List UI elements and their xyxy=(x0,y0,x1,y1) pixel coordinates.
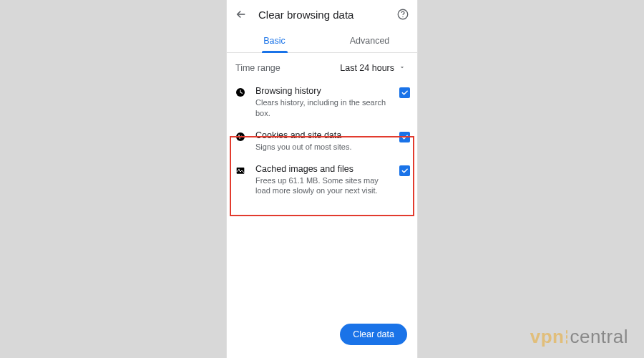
clear-browsing-data-screen: Clear browsing data Basic Advanced Time … xyxy=(226,0,418,358)
checkbox-cookies[interactable] xyxy=(399,132,410,142)
page-title: Clear browsing data xyxy=(258,9,386,21)
time-range-value: Last 24 hours xyxy=(340,63,394,73)
option-cookies[interactable]: Cookies and site data Signs you out of m… xyxy=(230,125,414,158)
bottom-bar: Clear data xyxy=(227,316,417,358)
option-title: Cached images and files xyxy=(255,164,392,174)
clock-icon xyxy=(233,86,248,98)
brand-part1: vpn xyxy=(530,326,565,348)
time-range-label: Time range xyxy=(235,63,340,73)
svg-point-3 xyxy=(236,132,245,141)
checkbox-browsing-history[interactable] xyxy=(399,87,410,98)
checkbox-cache[interactable] xyxy=(399,165,410,176)
tab-label: Advanced xyxy=(350,36,390,46)
back-button[interactable] xyxy=(234,7,248,21)
svg-point-5 xyxy=(241,135,243,137)
option-cache[interactable]: Cached images and files Frees up 61.1 MB… xyxy=(230,158,414,203)
clear-data-button[interactable]: Clear data xyxy=(340,324,407,345)
svg-point-1 xyxy=(402,16,403,17)
options-list: Browsing history Clears history, includi… xyxy=(227,80,417,202)
option-title: Browsing history xyxy=(255,86,392,96)
brand-part2: central xyxy=(570,326,628,348)
app-bar: Clear browsing data xyxy=(227,0,417,29)
cookie-icon xyxy=(233,130,248,142)
tab-basic[interactable]: Basic xyxy=(227,29,322,52)
check-icon xyxy=(401,167,409,175)
time-range-selector[interactable]: Time range Last 24 hours xyxy=(227,53,417,80)
option-description: Frees up 61.1 MB. Some sites may load mo… xyxy=(255,175,392,197)
check-icon xyxy=(401,133,409,141)
svg-point-6 xyxy=(239,137,240,139)
help-button[interactable] xyxy=(396,7,410,21)
option-description: Clears history, including in the search … xyxy=(255,97,392,119)
option-title: Cookies and site data xyxy=(255,130,392,140)
image-icon xyxy=(233,164,248,176)
svg-point-8 xyxy=(238,168,240,170)
chevron-down-icon xyxy=(399,63,406,73)
option-description: Signs you out of most sites. xyxy=(255,142,392,153)
tab-label: Basic xyxy=(263,36,286,46)
check-icon xyxy=(401,89,409,97)
tab-advanced[interactable]: Advanced xyxy=(322,29,417,52)
arrow-left-icon xyxy=(235,8,248,21)
help-icon xyxy=(396,8,409,21)
option-browsing-history[interactable]: Browsing history Clears history, includi… xyxy=(230,80,414,125)
svg-point-4 xyxy=(238,135,240,136)
tab-bar: Basic Advanced xyxy=(227,29,417,53)
brand-separator-icon xyxy=(566,330,567,344)
watermark-logo: vpn central xyxy=(530,326,628,348)
